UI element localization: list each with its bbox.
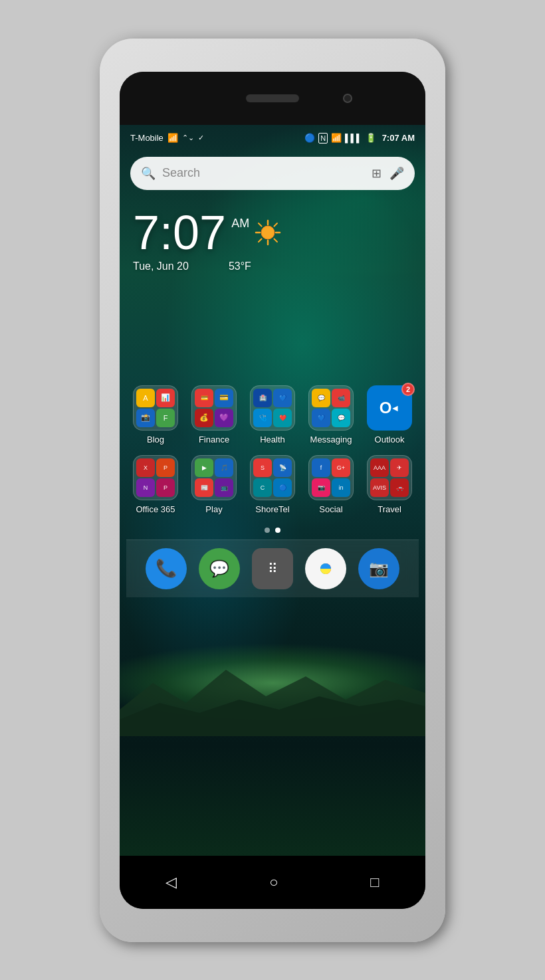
phone-outer: T-Mobile 📶 ⌃⌄ ✓ 🔵 N 📶 ▌▌▌ 🔋 7:07 AM 🔍 Se — [100, 39, 445, 942]
qr-scan-icon[interactable]: ⊞ — [372, 166, 382, 181]
folder-blog[interactable]: A 📊 📸 F Blog — [129, 385, 182, 444]
svg-line-8 — [259, 239, 262, 242]
social-icon-2: G+ — [332, 458, 350, 477]
play-folder-icon: ▶ 🎵 📰 📺 — [191, 455, 237, 500]
social-label: Social — [319, 504, 342, 514]
finance-icon-4: 💜 — [215, 409, 233, 427]
dock-camera[interactable]: 📷 — [358, 548, 399, 589]
front-camera — [343, 94, 352, 103]
blog-icon-3: 📸 — [136, 409, 155, 427]
carrier-label: T-Mobile — [130, 133, 164, 143]
folder-travel[interactable]: AAA ✈ AVIS 🚗 Travel — [363, 455, 416, 514]
page-dot-1[interactable] — [265, 528, 270, 533]
battery-icon: 🔋 — [366, 133, 376, 143]
shoretel-folder-icon: S 📡 C 🔵 — [250, 455, 295, 500]
social-icon-3: 📷 — [312, 478, 330, 497]
office365-label: Office 365 — [136, 504, 175, 514]
wifi-icon: 📶 — [331, 133, 342, 143]
clock-area: 7:07 AM Tue, Jun 20 — [120, 195, 425, 279]
travel-folder-icon: AAA ✈ AVIS 🚗 — [367, 455, 412, 500]
health-icon-4: ❤️ — [273, 409, 292, 427]
blog-icon-2: 📊 — [156, 389, 175, 407]
weather-sun-icon — [255, 219, 281, 246]
top-bezel — [120, 72, 425, 125]
finance-folder-icon: 💳 💳 💰 💜 — [191, 385, 237, 431]
health-icon-1: 🏥 — [253, 389, 272, 407]
folder-social[interactable]: f G+ 📷 in Social — [304, 455, 358, 514]
finance-icon-1: 💳 — [195, 389, 213, 407]
page-indicators — [126, 528, 419, 533]
social-icon-4: in — [332, 478, 350, 497]
health-label: Health — [260, 435, 285, 444]
messaging-icon-4: 💬 — [332, 409, 350, 427]
messaging-icon-1: 💬 — [312, 389, 330, 407]
clock-ampm: AM — [231, 217, 249, 231]
page-dot-2[interactable] — [275, 528, 280, 533]
shoretel-icon-3: C — [253, 478, 272, 497]
shoretel-icon-2: 📡 — [273, 458, 292, 477]
outlook-label: Outlook — [375, 435, 405, 444]
office-icon-1: X — [136, 458, 155, 477]
arrow-down-icon: ✓ — [198, 134, 204, 142]
screen: T-Mobile 📶 ⌃⌄ ✓ 🔵 N 📶 ▌▌▌ 🔋 7:07 AM 🔍 Se — [120, 125, 425, 856]
blog-icon-1: A — [136, 389, 155, 407]
health-folder-icon: 🏥 💙 🩺 ❤️ — [250, 385, 295, 431]
app-outlook[interactable]: O ◄ 2 Outlook — [363, 385, 416, 444]
folder-health[interactable]: 🏥 💙 🩺 ❤️ Health — [246, 385, 299, 444]
nav-bar: ◁ ○ □ — [120, 856, 425, 909]
clock-temp: 53°F — [229, 260, 251, 272]
folder-messaging[interactable]: 💬 📹 💙 💬 Messaging — [304, 385, 358, 444]
bluetooth-icon: 🔵 — [304, 133, 315, 143]
clock-time: 7:07 — [133, 209, 226, 256]
messaging-icon-3: 💙 — [312, 409, 330, 427]
status-right: 🔵 N 📶 ▌▌▌ 🔋 7:07 AM — [304, 133, 415, 144]
health-icon-2: 💙 — [273, 389, 292, 407]
health-icon-3: 🩺 — [253, 409, 272, 427]
nav-home-button[interactable]: ○ — [269, 874, 278, 891]
dock-apps[interactable]: ⠿ — [252, 548, 293, 589]
messaging-folder-icon: 💬 📹 💙 💬 — [308, 385, 354, 431]
travel-label: Travel — [378, 504, 401, 514]
office-icon-2: P — [156, 458, 175, 477]
travel-icon-2: ✈ — [390, 458, 409, 477]
social-icon-1: f — [312, 458, 330, 477]
folder-play[interactable]: ▶ 🎵 📰 📺 Play — [187, 455, 241, 514]
shoretel-icon-1: S — [253, 458, 272, 477]
clock-date: Tue, Jun 20 — [133, 260, 189, 272]
dock-hangouts[interactable]: 💬 — [199, 548, 240, 589]
folder-finance[interactable]: 💳 💳 💰 💜 Finance — [187, 385, 241, 444]
finance-label: Finance — [199, 435, 229, 444]
office-icon-4: P — [156, 478, 175, 497]
search-bar[interactable]: 🔍 Search ⊞ 🎤 — [130, 157, 415, 190]
dock-phone[interactable]: 📞 — [146, 548, 187, 589]
status-bar: T-Mobile 📶 ⌃⌄ ✓ 🔵 N 📶 ▌▌▌ 🔋 7:07 AM — [120, 125, 425, 151]
signal-strength-icon: ▌▌▌ — [345, 134, 362, 143]
shoretel-icon-4: 🔵 — [273, 478, 292, 497]
status-left: T-Mobile 📶 ⌃⌄ ✓ — [130, 133, 204, 143]
folder-shoretel[interactable]: S 📡 C 🔵 ShoreTel — [246, 455, 299, 514]
play-icon-4: 📺 — [215, 478, 233, 497]
mountains-bg — [120, 656, 425, 736]
google-photos-icon — [315, 558, 336, 579]
time-label: 7:07 AM — [382, 133, 415, 143]
dock-photos[interactable] — [305, 548, 346, 589]
nav-recent-button[interactable]: □ — [370, 874, 379, 891]
search-placeholder[interactable]: Search — [162, 166, 372, 180]
arrow-icons: ⌃⌄ — [182, 134, 194, 142]
signal-icons: 📶 — [167, 133, 178, 143]
social-folder-icon: f G+ 📷 in — [308, 455, 354, 500]
nav-back-button[interactable]: ◁ — [165, 874, 177, 891]
folder-office365[interactable]: X P N P Office 365 — [129, 455, 182, 514]
play-icon-1: ▶ — [195, 458, 213, 477]
camera-icon: 📷 — [369, 559, 389, 578]
app-row-2: X P N P Office 365 ▶ 🎵 📰 📺 — [126, 455, 419, 514]
app-row-1: A 📊 📸 F Blog 💳 💳 💰 💜 — [126, 385, 419, 444]
blog-icon-4: F — [156, 409, 175, 427]
svg-point-0 — [261, 226, 274, 239]
phone-inner: T-Mobile 📶 ⌃⌄ ✓ 🔵 N 📶 ▌▌▌ 🔋 7:07 AM 🔍 Se — [120, 72, 425, 909]
svg-line-5 — [259, 223, 262, 227]
apps-grid-icon: ⠿ — [268, 561, 278, 577]
speaker — [246, 94, 299, 102]
microphone-icon[interactable]: 🎤 — [389, 166, 404, 181]
apps-area: A 📊 📸 F Blog 💳 💳 💰 💜 — [120, 279, 425, 604]
